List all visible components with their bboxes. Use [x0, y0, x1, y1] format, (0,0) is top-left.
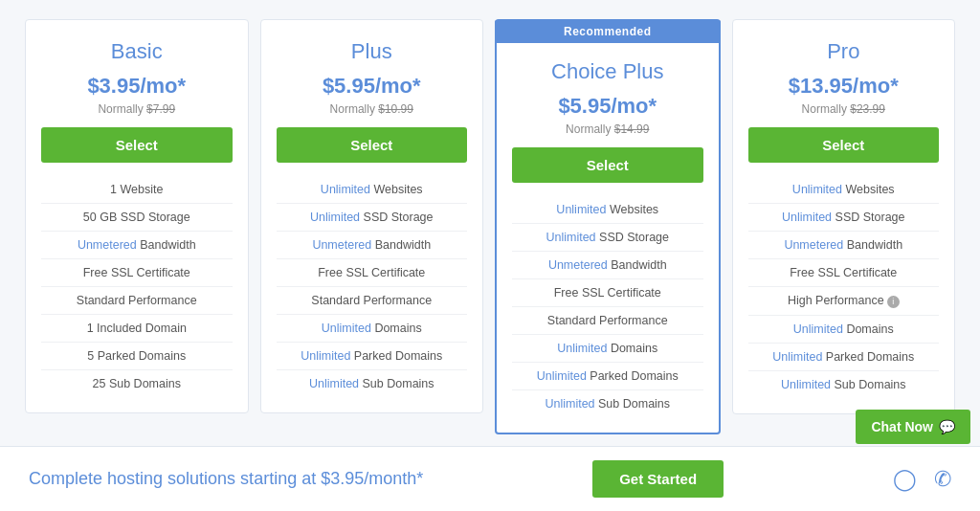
- feature-item: Unlimited SSD Storage: [512, 224, 703, 252]
- feature-item: Free SSL Certificate: [748, 259, 940, 287]
- chat-bubble-icon: 💬: [939, 419, 955, 434]
- feature-item: Free SSL Certificate: [277, 259, 468, 287]
- recommended-badge: Recommended: [495, 20, 721, 43]
- select-button-choice-plus[interactable]: Select: [512, 147, 703, 183]
- plan-normal-price-pro: Normally $23.99: [748, 102, 940, 116]
- plan-name-basic: Basic: [41, 39, 233, 64]
- plan-price-choice-plus: $5.95/mo*: [512, 94, 703, 119]
- chat-icon[interactable]: ◯: [893, 467, 917, 492]
- select-button-pro[interactable]: Select: [748, 127, 940, 163]
- plan-card-choice-plus: RecommendedChoice Plus$5.95/mo*Normally …: [495, 19, 721, 434]
- feature-item: 50 GB SSD Storage: [41, 204, 233, 232]
- footer-icons: ◯ ✆: [893, 467, 951, 492]
- feature-item: Unlimited Parked Domains: [748, 344, 940, 371]
- feature-item: Free SSL Certificate: [41, 259, 233, 287]
- features-list-basic: 1 Website50 GB SSD StorageUnmetered Band…: [41, 176, 233, 397]
- footer-bar: Complete hosting solutions starting at $…: [0, 446, 980, 511]
- feature-item: Unlimited SSD Storage: [748, 204, 940, 232]
- feature-item: Free SSL Certificate: [512, 279, 703, 307]
- plan-normal-price-basic: Normally $7.99: [41, 102, 233, 116]
- features-list-pro: Unlimited WebsitesUnlimited SSD StorageU…: [748, 176, 940, 398]
- feature-item: Unlimited Domains: [748, 316, 940, 344]
- feature-item: High Performancei: [748, 287, 940, 316]
- plan-card-basic: Basic$3.95/mo*Normally $7.99Select1 Webs…: [25, 19, 249, 413]
- plan-price-plus: $5.95/mo*: [277, 74, 468, 99]
- plan-name-plus: Plus: [277, 39, 468, 64]
- footer-text: Complete hosting solutions starting at $…: [29, 469, 423, 489]
- feature-item: Standard Performance: [277, 287, 468, 315]
- feature-item: Unmetered Bandwidth: [277, 232, 468, 259]
- main-content: Basic$3.95/mo*Normally $7.99Select1 Webs…: [0, 0, 980, 446]
- feature-item: Standard Performance: [41, 287, 233, 315]
- feature-item: Unlimited Sub Domains: [277, 370, 468, 397]
- feature-item: 5 Parked Domains: [41, 343, 233, 370]
- get-started-button[interactable]: Get Started: [592, 460, 724, 498]
- feature-item: Unlimited Websites: [277, 176, 468, 204]
- feature-item: Standard Performance: [512, 307, 703, 335]
- info-icon[interactable]: i: [887, 296, 900, 308]
- feature-item: Unlimited Websites: [512, 196, 703, 224]
- feature-item: Unlimited Sub Domains: [512, 390, 703, 417]
- feature-item: 1 Website: [41, 176, 233, 204]
- plan-card-plus: Plus$5.95/mo*Normally $10.99SelectUnlimi…: [260, 19, 484, 413]
- feature-item: Unlimited Parked Domains: [512, 363, 703, 390]
- feature-item: Unmetered Bandwidth: [41, 232, 233, 259]
- chat-now-button[interactable]: Chat Now 💬: [856, 410, 970, 444]
- feature-item: Unlimited Parked Domains: [277, 343, 468, 370]
- plan-name-choice-plus: Choice Plus: [512, 59, 703, 84]
- plan-name-pro: Pro: [748, 39, 940, 64]
- feature-item: Unlimited SSD Storage: [277, 204, 468, 232]
- feature-item: Unlimited Domains: [512, 335, 703, 363]
- feature-item: Unlimited Sub Domains: [748, 371, 940, 398]
- select-button-plus[interactable]: Select: [277, 127, 468, 163]
- features-list-choice-plus: Unlimited WebsitesUnlimited SSD StorageU…: [512, 196, 703, 417]
- plan-price-basic: $3.95/mo*: [41, 74, 233, 99]
- plan-normal-price-plus: Normally $10.99: [277, 102, 468, 116]
- feature-item: Unlimited Websites: [748, 176, 940, 204]
- feature-item: Unmetered Bandwidth: [748, 232, 940, 259]
- feature-item: 1 Included Domain: [41, 315, 233, 343]
- feature-item: 25 Sub Domains: [41, 370, 233, 397]
- chat-now-label: Chat Now: [871, 419, 933, 434]
- plan-card-pro: Pro$13.95/mo*Normally $23.99SelectUnlimi…: [732, 19, 956, 414]
- feature-item: Unmetered Bandwidth: [512, 252, 703, 279]
- phone-icon[interactable]: ✆: [934, 467, 951, 492]
- plan-price-pro: $13.95/mo*: [748, 74, 940, 99]
- select-button-basic[interactable]: Select: [41, 127, 233, 163]
- feature-item: Unlimited Domains: [277, 315, 468, 343]
- plan-normal-price-choice-plus: Normally $14.99: [512, 122, 703, 136]
- features-list-plus: Unlimited WebsitesUnlimited SSD StorageU…: [277, 176, 468, 397]
- plans-container: Basic$3.95/mo*Normally $7.99Select1 Webs…: [19, 19, 961, 434]
